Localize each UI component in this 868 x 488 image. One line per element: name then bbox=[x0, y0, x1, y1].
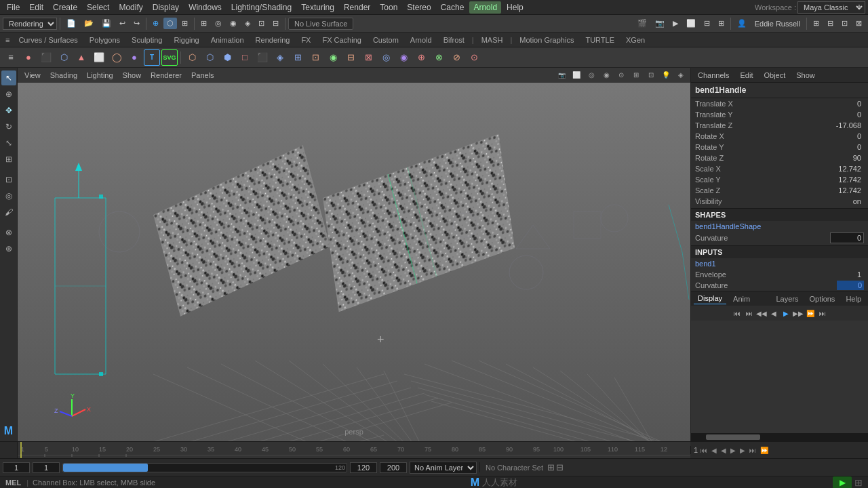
select-tool-icon[interactable]: ⊕ bbox=[149, 18, 162, 29]
envelope-value[interactable]: 1 bbox=[816, 270, 864, 279]
tl-pb-prev[interactable]: ◀ bbox=[710, 447, 718, 454]
menu-create[interactable]: Create bbox=[49, 1, 81, 14]
anim-layer-select[interactable]: No Anim Layer bbox=[410, 462, 477, 474]
universal-manip-btn[interactable]: ⊕ bbox=[1, 241, 16, 256]
shelf-blend-icon[interactable]: ◎ bbox=[378, 49, 394, 66]
vp-light-icon[interactable]: 💡 bbox=[659, 69, 673, 81]
snap-view-icon[interactable]: ⊡ bbox=[255, 18, 268, 29]
snap-btn[interactable]: ⊗ bbox=[1, 225, 16, 240]
shelf-ffd-icon[interactable]: ⬛ bbox=[254, 49, 271, 66]
tab-custom[interactable]: Custom bbox=[368, 34, 404, 46]
mode-select[interactable]: Rendering bbox=[3, 18, 57, 30]
vp-menu-renderer[interactable]: Renderer bbox=[146, 70, 186, 81]
shelf-svg-icon[interactable]: SVG bbox=[161, 49, 178, 66]
paint-btn[interactable]: 🖌 bbox=[1, 205, 16, 220]
scale-tool-btn[interactable]: ⤡ bbox=[1, 136, 16, 150]
shelf-loft-icon[interactable]: ⬢ bbox=[219, 49, 235, 66]
ch-scale-z-value[interactable]: 12.742 bbox=[816, 186, 864, 195]
shelf-torus-icon[interactable]: ◯ bbox=[108, 49, 125, 66]
bb-icon1[interactable]: ⊞ bbox=[547, 462, 555, 472]
move-tool-btn[interactable]: ✥ bbox=[1, 103, 16, 118]
tab-turtle[interactable]: TURTLE bbox=[580, 34, 620, 46]
menu-edit[interactable]: Edit bbox=[25, 1, 47, 14]
tl-pb-back[interactable]: ◀ bbox=[719, 447, 728, 454]
open-file-icon[interactable]: 📂 bbox=[81, 18, 97, 29]
snap-surface-icon[interactable]: ◈ bbox=[241, 18, 254, 29]
workspace-select[interactable]: Maya Classic bbox=[797, 1, 865, 14]
vp-grid-icon[interactable]: ⊞ bbox=[629, 69, 643, 81]
status-more-icon[interactable]: ⊞ bbox=[854, 477, 863, 488]
rotate-tool-btn[interactable]: ↻ bbox=[1, 119, 16, 134]
tab-fx-caching[interactable]: FX Caching bbox=[317, 34, 366, 46]
tool2-icon[interactable]: ⊟ bbox=[824, 18, 837, 29]
select-tool-btn[interactable]: ↖ bbox=[1, 70, 16, 85]
tl-pb-next[interactable]: ▶ bbox=[738, 447, 747, 454]
tab-bifrost[interactable]: Bifrost bbox=[438, 34, 470, 46]
tab-motion-graphics[interactable]: Motion Graphics bbox=[514, 34, 579, 46]
last-tool-btn[interactable]: ⊞ bbox=[1, 152, 16, 167]
shelf-extrude-icon[interactable]: ⬡ bbox=[201, 49, 218, 66]
pb-play-back[interactable]: ◀ bbox=[768, 308, 779, 319]
tab-arnold[interactable]: Arnold bbox=[405, 34, 437, 46]
pb-prev-key[interactable]: ⏭ bbox=[744, 308, 755, 319]
menu-stereo[interactable]: Stereo bbox=[403, 1, 435, 14]
shelf-more-icon[interactable]: ⊙ bbox=[466, 49, 482, 66]
shelf-morph-icon[interactable]: ◉ bbox=[395, 49, 412, 66]
vp-wireframe-icon[interactable]: ⬜ bbox=[570, 69, 583, 81]
bb-icon2[interactable]: ⊟ bbox=[556, 462, 564, 472]
lasso-tool-btn[interactable]: ⊕ bbox=[1, 87, 16, 102]
shelf-toggle-icon[interactable]: ≡ bbox=[3, 49, 19, 66]
shelf-sculpt-icon[interactable]: ◉ bbox=[325, 49, 341, 66]
shelf-shrink-icon[interactable]: ⊕ bbox=[413, 49, 429, 66]
tab-rendering[interactable]: Rendering bbox=[250, 34, 296, 46]
tool1-icon[interactable]: ⊞ bbox=[810, 18, 823, 29]
curvature-value[interactable]: 0 bbox=[837, 281, 864, 290]
pb-next-key[interactable]: ⏩ bbox=[805, 308, 816, 319]
menu-render[interactable]: Render bbox=[340, 1, 374, 14]
vp-select-icon[interactable]: ◉ bbox=[599, 69, 613, 81]
new-file-icon[interactable]: 📄 bbox=[63, 18, 79, 29]
pb-play-fwd[interactable]: ▶ bbox=[781, 308, 791, 319]
tl-pb-loop[interactable]: ⏩ bbox=[759, 447, 770, 454]
tab-animation[interactable]: Animation bbox=[205, 34, 250, 46]
shapes-node-name[interactable]: bend1HandleShape bbox=[691, 221, 868, 232]
save-file-icon[interactable]: 💾 bbox=[98, 18, 115, 29]
channel-h-scrollbar[interactable] bbox=[691, 433, 868, 441]
rbt-help[interactable]: Help bbox=[842, 293, 865, 304]
menu-arnold[interactable]: Arnold bbox=[469, 1, 501, 14]
ch-rotate-y-value[interactable]: 0 bbox=[816, 142, 864, 152]
rbt-display[interactable]: Display bbox=[694, 293, 726, 304]
tab-fx[interactable]: FX bbox=[296, 34, 316, 46]
tl-pb-fwd[interactable]: ▶ bbox=[729, 447, 737, 454]
vp-menu-view[interactable]: View bbox=[20, 70, 45, 81]
timeline-ruler[interactable]: 1 5 10 15 20 25 30 35 40 45 50 55 60 65 … bbox=[18, 442, 690, 459]
ipr-icon[interactable]: ▶ bbox=[669, 18, 682, 29]
menu-select[interactable]: Select bbox=[83, 1, 113, 14]
tab-curves-surfaces[interactable]: Curves / Surfaces bbox=[13, 34, 83, 46]
menu-lighting-shading[interactable]: Lighting/Shading bbox=[227, 1, 296, 14]
snap-curve-icon[interactable]: ◎ bbox=[212, 18, 225, 29]
render-view-icon[interactable]: 📷 bbox=[652, 18, 668, 29]
inputs-node-name[interactable]: bend1 bbox=[691, 258, 868, 269]
tab-mash[interactable]: MASH bbox=[476, 34, 509, 46]
menu-file[interactable]: File bbox=[3, 1, 24, 14]
ch-translate-z-value[interactable]: -17.068 bbox=[816, 121, 864, 130]
shelf-wire-icon[interactable]: ⊟ bbox=[342, 49, 359, 66]
pb-goto-start[interactable]: ⏮ bbox=[732, 308, 743, 319]
frame-current-input[interactable] bbox=[33, 462, 60, 473]
render-seq-icon[interactable]: ⊞ bbox=[715, 18, 728, 29]
ch-tab-object[interactable]: Object bbox=[761, 70, 788, 81]
user-icon[interactable]: 👤 bbox=[734, 18, 750, 29]
soft-select-btn[interactable]: ◎ bbox=[1, 188, 16, 203]
pb-goto-end[interactable]: ⏭ bbox=[817, 308, 828, 319]
vp-menu-lighting[interactable]: Lighting bbox=[83, 70, 117, 81]
tool3-icon[interactable]: ⊡ bbox=[838, 18, 851, 29]
redo-icon[interactable]: ↪ bbox=[130, 18, 143, 29]
shelf-bend-icon[interactable]: ◈ bbox=[272, 49, 288, 66]
shelf-nurbs-icon[interactable]: ⬡ bbox=[184, 49, 200, 66]
shelf-proj-icon[interactable]: ⊘ bbox=[448, 49, 465, 66]
tl-pb-end[interactable]: ⏭ bbox=[748, 447, 757, 454]
shelf-cone-icon[interactable]: ▲ bbox=[73, 49, 90, 66]
menu-toon[interactable]: Toon bbox=[376, 1, 401, 14]
shelf-poly-sphere-icon[interactable]: ● bbox=[126, 49, 142, 66]
